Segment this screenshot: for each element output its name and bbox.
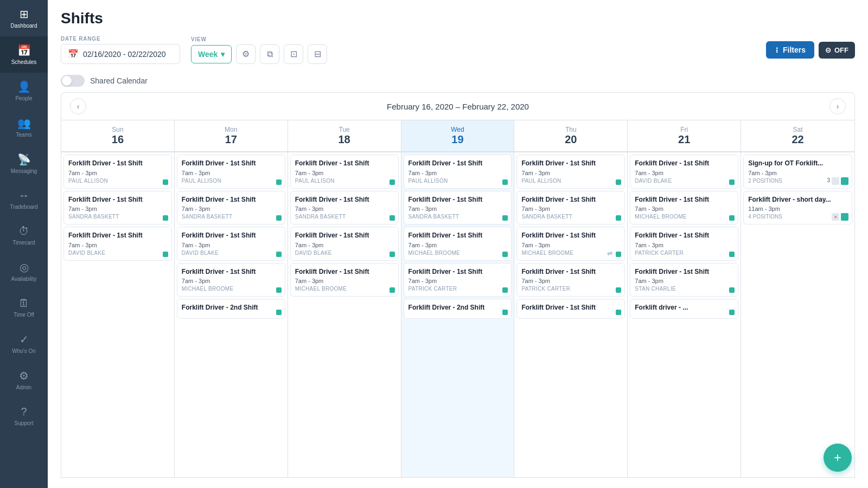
duplicate-button[interactable]: ⊡ <box>284 44 303 64</box>
shift-card-signup[interactable]: Sign-up for OT Forklift... 7am - 3pm 2 P… <box>743 155 852 189</box>
copy-icon: ⧉ <box>267 49 273 59</box>
shift-card[interactable]: Forklift Driver - 1st Shift 7am - 3pm PA… <box>516 263 625 297</box>
shift-card[interactable]: Forklift Driver - 1st Shift 7am - 3pm SA… <box>404 191 512 225</box>
date-range-input[interactable]: 📅 02/16/2020 - 02/22/2020 <box>61 44 180 64</box>
shift-indicator <box>276 287 282 293</box>
shift-title: Forklift Driver - 2nd Shift <box>409 304 507 312</box>
sidebar-item-availability[interactable]: ◎ Availability <box>0 253 48 290</box>
shift-card[interactable]: Forklift Driver - 1st Shift 7am - 3pm DA… <box>63 227 172 261</box>
shift-title: Forklift Driver - 1st Shift <box>295 159 394 168</box>
shift-card-signup-2[interactable]: Forklift Driver - short day... 11am - 3p… <box>743 191 852 225</box>
shift-card[interactable]: Forklift Driver - 2nd Shift <box>177 299 285 319</box>
shift-card[interactable]: Forklift Driver - 1st Shift 7am - 3pm PA… <box>63 155 172 189</box>
messaging-icon: 📡 <box>17 153 31 166</box>
shift-card[interactable]: Forklift Driver - 1st Shift 7am - 3pm DA… <box>177 227 285 261</box>
shift-icon-teal <box>841 177 848 185</box>
shift-card[interactable]: Forklift Driver - 1st Shift <box>516 299 625 319</box>
day-number-mon: 17 <box>179 133 283 146</box>
shift-card[interactable]: Forklift Driver - 1st Shift 7am - 3pm DA… <box>630 155 738 189</box>
shift-title: Forklift Driver - 1st Shift <box>635 159 733 168</box>
shift-employee-name: PAUL ALLISON <box>68 178 167 184</box>
shift-indicator <box>390 215 395 221</box>
filters-toggle[interactable]: ⊝ OFF <box>819 42 855 59</box>
sidebar-item-teams[interactable]: 👥 Teams <box>0 109 48 145</box>
sidebar-item-label: Time Off <box>14 312 34 318</box>
shift-card[interactable]: Forklift Driver - 1st Shift 7am - 3pm DA… <box>290 227 399 261</box>
shift-indicator <box>616 287 621 293</box>
shift-title: Forklift driver - ... <box>635 304 733 312</box>
day-header-sat: Sat 22 <box>741 120 854 151</box>
shift-card[interactable]: Forklift Driver - 1st Shift 7am - 3pm PA… <box>177 155 285 189</box>
shift-card[interactable]: Forklift driver - ... <box>630 299 738 319</box>
day-name-tue: Tue <box>292 126 397 133</box>
view-select[interactable]: Week ▾ <box>191 45 232 63</box>
day-name-sun: Sun <box>66 126 170 133</box>
sidebar-item-schedules[interactable]: 📅 Schedules <box>0 36 48 73</box>
filters-button[interactable]: ⫶ Filters <box>766 41 814 59</box>
sidebar-item-tradeboard[interactable]: ↔ Tradeboard <box>0 182 48 217</box>
shift-time: 7am - 3pm <box>295 242 394 248</box>
shift-card[interactable]: Forklift Driver - 1st Shift 7am - 3pm MI… <box>177 263 285 297</box>
shift-title: Forklift Driver - 1st Shift <box>295 232 394 240</box>
shift-card[interactable]: Forklift Driver - 1st Shift 7am - 3pm ST… <box>630 263 738 297</box>
shift-card[interactable]: Forklift Driver - 1st Shift 7am - 3pm MI… <box>404 227 512 261</box>
shift-title: Forklift Driver - 2nd Shift <box>182 304 280 312</box>
shift-time: 7am - 3pm <box>182 170 280 176</box>
chevron-down-icon: ▾ <box>221 50 225 59</box>
add-shift-fab[interactable]: + <box>824 444 852 472</box>
shift-employee-name: SANDRA BASKETT <box>182 214 280 220</box>
next-week-button[interactable]: › <box>829 98 846 114</box>
shift-card[interactable]: Forklift Driver - 1st Shift 7am - 3pm PA… <box>630 227 738 261</box>
sidebar-item-timeoff[interactable]: 🗓 Time Off <box>0 290 48 325</box>
shift-card[interactable]: Forklift Driver - 1st Shift 7am - 3pm PA… <box>404 263 512 297</box>
shift-time: 7am - 3pm <box>68 170 167 176</box>
shift-card[interactable]: Forklift Driver - 1st Shift 7am - 3pm SA… <box>516 191 625 225</box>
sidebar-item-support[interactable]: ? Support <box>0 398 48 434</box>
shift-time: 7am - 3pm <box>521 206 620 212</box>
swap-icon: ⇌ <box>607 249 612 257</box>
shift-card[interactable]: Forklift Driver - 1st Shift 7am - 3pm SA… <box>177 191 285 225</box>
sidebar-item-timecard[interactable]: ⏱ Timecard <box>0 217 48 253</box>
main-content: Shifts DATE RANGE 📅 02/16/2020 - 02/22/2… <box>48 0 868 488</box>
sidebar-item-admin[interactable]: ⚙ Admin <box>0 362 48 398</box>
shift-time: 7am - 3pm <box>182 206 280 212</box>
copy-button[interactable]: ⧉ <box>260 44 279 64</box>
shift-card[interactable]: Forklift Driver - 1st Shift 7am - 3pm SA… <box>290 191 399 225</box>
sidebar-item-dashboard[interactable]: ⊞ Dashboard <box>0 0 48 36</box>
header: Shifts DATE RANGE 📅 02/16/2020 - 02/22/2… <box>48 0 868 69</box>
schedules-icon: 📅 <box>17 44 31 57</box>
shift-employee-name: STAN CHARLIE <box>635 286 733 292</box>
shift-icons: ✕ <box>832 213 848 221</box>
shift-card[interactable]: Forklift Driver - 1st Shift 7am - 3pm MI… <box>290 263 399 297</box>
export-button[interactable]: ⊟ <box>308 44 327 64</box>
availability-icon: ◎ <box>20 261 29 274</box>
sidebar-item-messaging[interactable]: 📡 Messaging <box>0 145 48 182</box>
shift-card[interactable]: Forklift Driver - 1st Shift 7am - 3pm SA… <box>63 191 172 225</box>
date-range-value: 02/16/2020 - 02/22/2020 <box>83 50 166 59</box>
view-label: VIEW <box>191 36 327 42</box>
shift-indicator <box>729 310 735 315</box>
shift-title: Sign-up for OT Forklift... <box>748 159 847 168</box>
shift-card[interactable]: Forklift Driver - 1st Shift 7am - 3pm PA… <box>404 155 512 189</box>
sidebar-item-label: Teams <box>16 132 31 138</box>
shift-employee-name: MICHAEL BROOME <box>635 214 733 220</box>
calendar-body: Forklift Driver - 1st Shift 7am - 3pm PA… <box>61 152 855 478</box>
shift-card[interactable]: Forklift Driver - 1st Shift 7am - 3pm PA… <box>516 155 625 189</box>
shift-title: Forklift Driver - 1st Shift <box>409 196 507 204</box>
calendar-icon: 📅 <box>68 49 79 59</box>
gear-icon: ⚙ <box>242 49 250 59</box>
teams-icon: 👥 <box>17 117 31 130</box>
shift-card[interactable]: Forklift Driver - 1st Shift 7am - 3pm PA… <box>290 155 399 189</box>
sidebar-item-people[interactable]: 👤 People <box>0 73 48 109</box>
date-range-label: DATE RANGE <box>61 36 180 42</box>
sidebar-item-whoson[interactable]: ✓ Who's On <box>0 325 48 362</box>
shift-card[interactable]: Forklift Driver - 1st Shift 7am - 3pm MI… <box>516 227 625 261</box>
shift-card[interactable]: Forklift Driver - 2nd Shift <box>404 299 512 319</box>
settings-button[interactable]: ⚙ <box>236 44 256 64</box>
day-number-thu: 20 <box>519 133 623 146</box>
day-col-0-6: Sign-up for OT Forklift... 7am - 3pm 2 P… <box>741 152 854 477</box>
shift-card[interactable]: Forklift Driver - 1st Shift 7am - 3pm MI… <box>630 191 738 225</box>
shared-calendar-toggle[interactable] <box>61 75 85 87</box>
day-header-mon: Mon 17 <box>175 120 288 151</box>
prev-week-button[interactable]: ‹ <box>70 98 86 114</box>
